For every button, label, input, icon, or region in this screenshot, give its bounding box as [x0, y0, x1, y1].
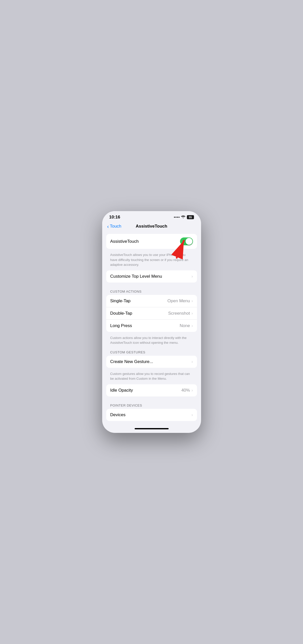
home-indicator — [102, 426, 201, 433]
back-button[interactable]: ‹ Touch — [107, 224, 121, 229]
create-gesture-row[interactable]: Create New Gesture... › — [106, 356, 197, 368]
idle-opacity-row[interactable]: Idle Opacity 40% › — [106, 384, 197, 396]
battery-icon: 55 — [187, 215, 194, 219]
create-gesture-label: Create New Gesture... — [110, 359, 153, 364]
single-tap-chevron-icon: › — [191, 299, 193, 303]
custom-actions-card: Single-Tap Open Menu › Double-Tap Screen… — [106, 295, 197, 332]
single-tap-label: Single-Tap — [110, 298, 131, 304]
page-title: AssistiveTouch — [136, 224, 167, 229]
content-area: AssistiveTouch A — [102, 232, 201, 426]
idle-opacity-chevron-icon: › — [191, 388, 193, 393]
idle-opacity-value: 40% › — [181, 388, 193, 393]
long-press-value: None › — [180, 323, 193, 328]
double-tap-row[interactable]: Double-Tap Screenshot › — [106, 307, 197, 320]
assistivetouch-toggle-switch[interactable] — [180, 237, 193, 245]
status-icons: 55 — [174, 215, 194, 219]
assistivetouch-toggle-row[interactable]: AssistiveTouch — [106, 234, 197, 249]
custom-actions-description: Custom actions allow you to interact dir… — [106, 334, 197, 348]
single-tap-value: Open Menu › — [167, 298, 193, 304]
wifi-icon — [181, 215, 185, 219]
status-time: 10:16 — [109, 215, 120, 220]
idle-opacity-card: Idle Opacity 40% › — [106, 384, 197, 396]
signal-icon — [174, 217, 180, 218]
pointer-devices-header: POINTER DEVICES — [106, 401, 197, 409]
customize-menu-chevron-icon: › — [191, 274, 193, 279]
single-tap-row[interactable]: Single-Tap Open Menu › — [106, 295, 197, 307]
devices-label: Devices — [110, 412, 126, 417]
devices-row[interactable]: Devices › — [106, 409, 197, 421]
devices-chevron-icon: › — [191, 413, 193, 417]
double-tap-label: Double-Tap — [110, 311, 132, 316]
status-bar: 10:16 55 — [102, 211, 201, 222]
long-press-chevron-icon: › — [191, 324, 193, 328]
nav-bar: ‹ Touch AssistiveTouch — [102, 222, 201, 232]
assistivetouch-toggle-label: AssistiveTouch — [110, 239, 139, 244]
customize-menu-label: Customize Top Level Menu — [110, 274, 162, 279]
assistivetouch-toggle-card: AssistiveTouch — [106, 234, 197, 249]
custom-gestures-description: Custom gestures allow you to record gest… — [106, 370, 197, 384]
custom-actions-header: CUSTOM ACTIONS — [106, 288, 197, 295]
customize-menu-card: Customize Top Level Menu › — [106, 270, 197, 283]
customize-menu-row[interactable]: Customize Top Level Menu › — [106, 270, 197, 283]
create-gesture-card: Create New Gesture... › — [106, 356, 197, 368]
double-tap-chevron-icon: › — [191, 311, 193, 316]
back-label: Touch — [110, 224, 121, 229]
create-gesture-chevron-icon: › — [191, 359, 193, 364]
devices-card: Devices › — [106, 409, 197, 421]
long-press-row[interactable]: Long Press None › — [106, 320, 197, 332]
phone-frame: 10:16 55 ‹ Touch — [102, 211, 201, 433]
idle-opacity-label: Idle Opacity — [110, 388, 133, 393]
custom-gestures-header: CUSTOM GESTURES — [106, 348, 197, 356]
home-bar — [135, 428, 169, 429]
back-chevron-icon: ‹ — [107, 224, 109, 229]
assistivetouch-description: AssistiveTouch allows you to use your iP… — [106, 251, 197, 270]
double-tap-value: Screenshot › — [168, 311, 193, 316]
long-press-label: Long Press — [110, 323, 132, 328]
toggle-knob — [186, 238, 192, 245]
